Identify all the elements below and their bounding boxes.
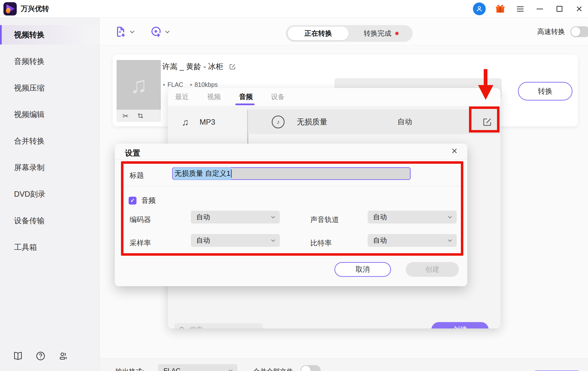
tab-audio[interactable]: 音频 [239,92,253,102]
sidebar-item-video-convert[interactable]: 视频转换 [0,25,99,45]
guide-book-icon[interactable] [13,351,23,361]
divider [121,186,463,186]
audio-checkbox[interactable]: ✓ [129,197,136,205]
merge-files-toggle[interactable] [301,365,321,371]
help-icon[interactable] [35,351,46,361]
music-note-icon: ♫ [130,72,147,98]
tab-video[interactable]: 视频 [207,92,221,102]
format-label: MP3 [200,118,215,127]
dialog-close-icon[interactable]: × [451,145,457,157]
format-popup-tabs: 最近 视频 音频 设备 [168,88,500,106]
create-button-disabled[interactable]: 创建 [406,262,459,277]
encoder-select[interactable]: 自动 [191,211,280,223]
add-dvd-button[interactable] [150,25,169,38]
chevron-down-icon [229,368,232,371]
trim-scissors-icon[interactable]: ✂ [122,112,129,120]
sidebar-item-dvd-burn[interactable]: DVD刻录 [0,184,99,204]
app-logo-icon [3,2,17,15]
crop-icon[interactable] [137,112,144,119]
dialog-title: 设置 [125,148,140,158]
sidebar-item-screen-record[interactable]: 屏幕录制 [0,158,99,177]
thumbnail-toolbar: ✂ [117,110,161,122]
cancel-button[interactable]: 取消 [334,262,391,277]
annotation-arrow [484,69,487,87]
maximize-button[interactable] [554,3,565,14]
bottom-bar: 输出格式: FLAC 合并全部文件 输出文件夹: D:\万兴优转\转换完成 转换… [100,358,588,371]
file-format: FLAC [163,81,183,88]
search-box[interactable] [174,323,263,328]
user-avatar-icon[interactable] [473,2,486,15]
annotation-arrow-head [478,85,493,100]
chevron-down-icon [271,238,275,242]
active-tab-underline [235,104,255,105]
settings-dialog: 设置 × 标题 无损质量 自定义1 ✓ 音频 编码器 自动 声音轨道 自动 [115,144,467,286]
gift-icon[interactable] [495,3,506,15]
sidebar-item-video-compress[interactable]: 视频压缩 [0,78,99,98]
bitrate-label: 比特率 [310,238,332,248]
sidebar-item-merge-convert[interactable]: 合并转换 [0,131,99,151]
audio-thumbnail: ♫ [117,60,161,110]
merge-files-label: 合并全部文件 [253,367,293,371]
tab-converting[interactable]: 正在转换 [288,27,349,40]
sidebar-item-toolbox[interactable]: 工具箱 [0,237,99,257]
add-file-icon [114,25,127,38]
toolbar: 正在转换 转换完成 高速转换 [100,18,588,46]
titlebar: 万兴优转 × [0,0,588,18]
popup-create-button[interactable]: 创建 [431,322,489,328]
menu-icon[interactable] [515,3,526,14]
main-area: 正在转换 转换完成 高速转换 ♫ ✂ [100,18,588,371]
community-icon[interactable] [58,351,68,361]
rename-icon[interactable] [229,63,236,70]
tab-finished-label: 转换完成 [364,29,391,38]
quality-icon: ♪ [272,116,285,128]
search-icon [179,326,186,328]
chevron-down-icon [271,214,275,218]
sidebar: 视频转换 音频转换 视频压缩 视频编辑 合并转换 屏幕录制 DVD刻录 设备传输… [0,18,100,371]
output-format-select[interactable]: FLAC [158,364,237,371]
audio-checkbox-label: 音频 [141,196,156,206]
title-field-label: 标题 [130,171,144,180]
title-input[interactable]: 无损质量 自定义1 [172,167,411,180]
fast-convert-label: 高速转换 [537,27,565,36]
bitrate-select[interactable]: 自动 [368,234,457,247]
divider [115,159,467,160]
search-input[interactable] [190,326,258,329]
text-caret [231,169,232,178]
preset-row-lossless[interactable]: ♪ 无损质量 自动 [248,109,500,134]
format-item-mp3[interactable]: ♫ MP3 [168,110,247,135]
bullet-icon [190,84,192,86]
file-title: 许嵩 _ 黄龄 - 冰柜 [162,61,223,72]
minimize-button[interactable] [534,3,545,14]
add-disc-icon [150,25,162,38]
chevron-down-icon [130,29,134,33]
selected-text: 无损质量 自定义1 [174,167,231,180]
chevron-down-icon [165,29,169,33]
convert-button[interactable]: 转换 [518,82,573,101]
music-note-icon: ♫ [182,117,189,128]
tab-finished[interactable]: 转换完成 [352,25,411,42]
sidebar-item-device-transfer[interactable]: 设备传输 [0,211,99,230]
tab-device[interactable]: 设备 [271,92,285,102]
sidebar-item-video-edit[interactable]: 视频编辑 [0,105,99,124]
chevron-down-icon [448,238,452,242]
convert-tabs: 正在转换 转换完成 [286,25,413,42]
preset-value: 自动 [397,117,412,127]
sample-rate-label: 采样率 [130,238,151,248]
content-area: ♫ ✂ 许嵩 _ 黄龄 - 冰柜 [100,46,588,330]
close-button[interactable]: × [574,3,585,14]
add-file-button[interactable] [114,25,134,38]
app-title: 万兴优转 [21,4,49,14]
alert-dot [395,32,399,35]
preset-name: 无损质量 [297,117,327,127]
annotation-red-box-edit [469,106,499,133]
chevron-down-icon [448,214,452,218]
bullet-icon [163,84,165,86]
sample-rate-select[interactable]: 自动 [191,234,280,247]
tab-recent[interactable]: 最近 [175,92,189,102]
fast-convert-toggle[interactable] [570,26,588,37]
output-format-label: 输出格式: [116,367,144,371]
encoder-label: 编码器 [130,215,151,225]
channel-select[interactable]: 自动 [368,211,457,223]
sidebar-item-audio-convert[interactable]: 音频转换 [0,52,99,71]
file-bitrate: 810kbps [190,81,218,88]
